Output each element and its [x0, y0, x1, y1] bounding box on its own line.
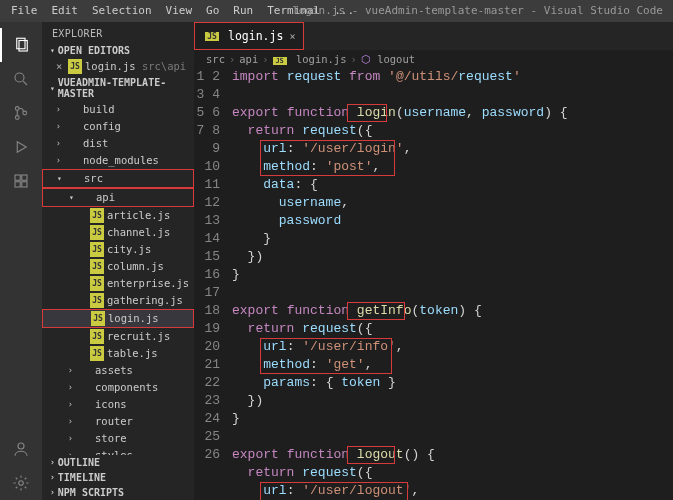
- svg-rect-10: [22, 182, 27, 187]
- tree-item[interactable]: ›store: [42, 430, 194, 447]
- sidebar-title: EXPLORER: [42, 22, 194, 43]
- tree-item[interactable]: ›icons: [42, 396, 194, 413]
- tree-item[interactable]: JScity.js: [42, 241, 194, 258]
- menu-item[interactable]: File: [4, 0, 45, 22]
- tab-bar: JS login.js ×: [194, 22, 673, 50]
- js-icon: JS: [205, 32, 219, 41]
- tree-item[interactable]: JSgathering.js: [42, 292, 194, 309]
- tree-item[interactable]: JSenterprise.js: [42, 275, 194, 292]
- open-editor-item[interactable]: ×JS login.js src\api: [42, 58, 194, 75]
- svg-rect-8: [15, 175, 20, 180]
- file-tree: ›build›config›dist›node_modules▾src▾apiJ…: [42, 101, 194, 455]
- account-icon[interactable]: [0, 432, 42, 466]
- breadcrumb[interactable]: src›api›JS login.js›⬡ logout: [194, 50, 673, 68]
- menu-item[interactable]: Edit: [45, 0, 86, 22]
- tree-item[interactable]: JStable.js: [42, 345, 194, 362]
- menu-item[interactable]: Go: [199, 0, 226, 22]
- open-editors-header[interactable]: ▾OPEN EDITORS: [42, 43, 194, 58]
- svg-rect-9: [15, 182, 20, 187]
- tree-item[interactable]: ›dist: [42, 135, 194, 152]
- menu-item[interactable]: Selection: [85, 0, 159, 22]
- debug-icon[interactable]: [0, 130, 42, 164]
- breadcrumb-item[interactable]: api: [239, 53, 258, 65]
- close-icon[interactable]: ×: [289, 31, 295, 42]
- js-icon: JS: [68, 59, 82, 74]
- tree-item[interactable]: JSarticle.js: [42, 207, 194, 224]
- svg-point-4: [15, 107, 19, 111]
- tree-item[interactable]: JSrecruit.js: [42, 328, 194, 345]
- svg-rect-1: [19, 41, 27, 52]
- menu-item[interactable]: View: [159, 0, 200, 22]
- extensions-icon[interactable]: [0, 164, 42, 198]
- js-icon: JS: [90, 242, 104, 257]
- line-gutter: 1 2 3 4 5 6 7 8 9 10 11 12 13 14 15 16 1…: [194, 68, 232, 500]
- breadcrumb-item[interactable]: JS login.js: [273, 53, 347, 65]
- menu-item[interactable]: Run: [226, 0, 260, 22]
- breadcrumb-item[interactable]: src: [206, 53, 225, 65]
- activity-bar: [0, 22, 42, 500]
- svg-point-12: [18, 443, 24, 449]
- code-editor[interactable]: import request from '@/utils/request' ex…: [232, 68, 673, 500]
- sidebar-section[interactable]: ›TIMELINE: [42, 470, 194, 485]
- tab-login[interactable]: JS login.js ×: [194, 22, 304, 50]
- js-icon: JS: [90, 329, 104, 344]
- search-icon[interactable]: [0, 62, 42, 96]
- js-icon: JS: [90, 259, 104, 274]
- tree-item[interactable]: JSlogin.js: [42, 309, 194, 328]
- sidebar-section[interactable]: ›NPM SCRIPTS: [42, 485, 194, 500]
- tree-item[interactable]: ›node_modules: [42, 152, 194, 169]
- project-header[interactable]: ▾VUEADMIN-TEMPLATE-MASTER: [42, 75, 194, 101]
- breadcrumb-item[interactable]: ⬡ logout: [361, 53, 415, 65]
- sidebar: EXPLORER ▾OPEN EDITORS ×JS login.js src\…: [42, 22, 194, 500]
- tree-item[interactable]: JSchannel.js: [42, 224, 194, 241]
- tree-item[interactable]: ›config: [42, 118, 194, 135]
- tree-item[interactable]: JScolumn.js: [42, 258, 194, 275]
- svg-point-13: [19, 481, 24, 486]
- tree-item[interactable]: ▾api: [42, 188, 194, 207]
- tree-item[interactable]: ›styles: [42, 447, 194, 455]
- js-icon: JS: [90, 293, 104, 308]
- window-title: login.js - vueAdmin-template-master - Vi…: [282, 0, 673, 22]
- tree-item[interactable]: ▾src: [42, 169, 194, 188]
- js-icon: JS: [90, 276, 104, 291]
- tree-item[interactable]: ›router: [42, 413, 194, 430]
- svg-rect-0: [17, 38, 25, 49]
- svg-marker-7: [17, 142, 26, 153]
- svg-line-3: [23, 81, 27, 85]
- svg-point-2: [15, 73, 24, 82]
- svg-rect-11: [22, 175, 27, 180]
- js-icon: JS: [91, 311, 105, 326]
- js-icon: JS: [90, 346, 104, 361]
- source-control-icon[interactable]: [0, 96, 42, 130]
- explorer-icon[interactable]: [0, 28, 42, 62]
- tree-item[interactable]: ›components: [42, 379, 194, 396]
- svg-point-5: [15, 116, 19, 120]
- tree-item[interactable]: ›build: [42, 101, 194, 118]
- gear-icon[interactable]: [0, 466, 42, 500]
- editor-area: JS login.js × src›api›JS login.js›⬡ logo…: [194, 22, 673, 500]
- sidebar-section[interactable]: ›OUTLINE: [42, 455, 194, 470]
- js-icon: JS: [90, 208, 104, 223]
- js-icon: JS: [90, 225, 104, 240]
- tree-item[interactable]: ›assets: [42, 362, 194, 379]
- svg-point-6: [23, 111, 27, 115]
